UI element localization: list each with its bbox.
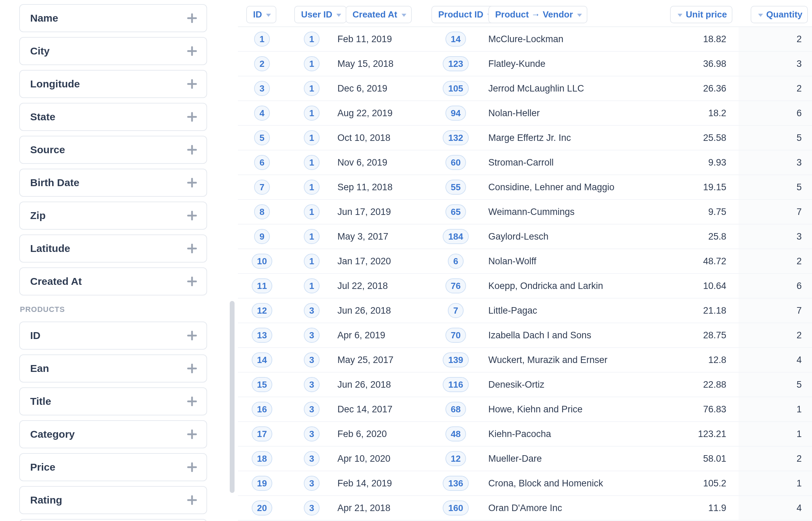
chevron-down-icon bbox=[266, 14, 271, 17]
cell-product-id-badge[interactable]: 14 bbox=[445, 32, 466, 47]
cell-user-id-badge[interactable]: 3 bbox=[304, 328, 320, 343]
cell-vendor: Nolan-Wolff bbox=[488, 249, 649, 274]
cell-product-id-badge[interactable]: 184 bbox=[443, 229, 468, 244]
cell-quantity: 2 bbox=[739, 446, 812, 471]
filter-item-products-category[interactable]: Category bbox=[19, 420, 207, 448]
cell-id-badge[interactable]: 9 bbox=[254, 229, 270, 244]
filter-item-name[interactable]: Name bbox=[19, 4, 207, 32]
column-header-unit-price[interactable]: Unit price bbox=[670, 6, 732, 23]
cell-id-badge[interactable]: 4 bbox=[254, 106, 270, 121]
table-row: 111Jul 22, 201876Koepp, Ondricka and Lar… bbox=[238, 274, 812, 298]
cell-id-badge[interactable]: 10 bbox=[252, 254, 273, 269]
cell-product-id-badge[interactable]: 76 bbox=[445, 278, 466, 293]
cell-id-badge[interactable]: 3 bbox=[254, 81, 270, 96]
cell-id-badge[interactable]: 6 bbox=[254, 155, 270, 170]
cell-user-id-badge[interactable]: 1 bbox=[304, 130, 320, 145]
cell-product-id-badge[interactable]: 55 bbox=[445, 180, 466, 195]
cell-product-id-badge[interactable]: 105 bbox=[443, 81, 468, 96]
filter-item-label: Birth Date bbox=[30, 177, 79, 189]
cell-product-id-badge[interactable]: 139 bbox=[443, 352, 468, 367]
filter-item-city[interactable]: City bbox=[19, 37, 207, 65]
cell-id-badge[interactable]: 1 bbox=[254, 32, 270, 47]
filter-item-products-created-at[interactable]: Created At bbox=[19, 519, 207, 521]
cell-user-id-badge[interactable]: 1 bbox=[304, 106, 320, 121]
cell-user-id-badge[interactable]: 3 bbox=[304, 500, 320, 516]
cell-product-id-badge[interactable]: 7 bbox=[448, 303, 464, 318]
table-row: 21May 15, 2018123Flatley-Kunde36.983 bbox=[238, 51, 812, 76]
filter-item-longitude[interactable]: Longitude bbox=[19, 70, 207, 98]
cell-user-id-badge[interactable]: 1 bbox=[304, 32, 320, 47]
filter-item-state[interactable]: State bbox=[19, 103, 207, 131]
cell-product-id-badge[interactable]: 70 bbox=[445, 328, 466, 343]
sidebar-scrollbar[interactable] bbox=[226, 0, 238, 521]
cell-user-id-badge[interactable]: 3 bbox=[304, 377, 320, 392]
cell-user-id-badge[interactable]: 3 bbox=[304, 352, 320, 367]
cell-created-at: Jul 22, 2018 bbox=[337, 274, 423, 298]
cell-product-id-badge[interactable]: 60 bbox=[445, 155, 466, 170]
filter-item-products-ean[interactable]: Ean bbox=[19, 354, 207, 383]
cell-vendor: Marge Effertz Jr. Inc bbox=[488, 125, 649, 150]
cell-user-id-badge[interactable]: 3 bbox=[304, 426, 320, 441]
cell-product-id-badge[interactable]: 123 bbox=[443, 56, 468, 71]
cell-product-id-badge[interactable]: 132 bbox=[443, 130, 468, 145]
cell-user-id-badge[interactable]: 1 bbox=[304, 81, 320, 96]
cell-product-id-badge[interactable]: 136 bbox=[443, 476, 468, 491]
filter-item-products-title[interactable]: Title bbox=[19, 387, 207, 415]
column-header-product-id[interactable]: Product ID bbox=[431, 6, 498, 23]
filter-item-zip[interactable]: Zip bbox=[19, 202, 207, 230]
table-row: 11Feb 11, 201914McClure-Lockman18.822 bbox=[238, 27, 812, 51]
cell-quantity: 5 bbox=[739, 175, 812, 199]
cell-unit-price: 28.75 bbox=[649, 323, 739, 348]
filter-item-products-price[interactable]: Price bbox=[19, 453, 207, 481]
cell-id-badge[interactable]: 2 bbox=[254, 56, 270, 71]
table-row: 91May 3, 2017184Gaylord-Lesch25.83 bbox=[238, 224, 812, 249]
table-row: 101Jan 17, 20206Nolan-Wolff48.722 bbox=[238, 249, 812, 274]
filter-item-latitude[interactable]: Latitude bbox=[19, 234, 207, 263]
column-header-id[interactable]: ID bbox=[246, 6, 276, 23]
cell-product-id-badge[interactable]: 68 bbox=[445, 402, 466, 417]
cell-id-badge[interactable]: 8 bbox=[254, 204, 270, 219]
cell-quantity: 2 bbox=[739, 249, 812, 274]
cell-user-id-badge[interactable]: 1 bbox=[304, 204, 320, 219]
cell-id-badge[interactable]: 7 bbox=[254, 180, 270, 195]
cell-product-id-badge[interactable]: 48 bbox=[445, 426, 466, 441]
cell-id-badge[interactable]: 19 bbox=[252, 476, 273, 491]
cell-id-badge[interactable]: 15 bbox=[252, 377, 273, 392]
cell-user-id-badge[interactable]: 1 bbox=[304, 155, 320, 170]
cell-id-badge[interactable]: 11 bbox=[252, 278, 273, 293]
cell-product-id-badge[interactable]: 65 bbox=[445, 204, 466, 219]
cell-id-badge[interactable]: 20 bbox=[252, 500, 273, 516]
cell-product-id-badge[interactable]: 160 bbox=[443, 500, 468, 516]
column-header-quantity[interactable]: Quantity bbox=[751, 6, 808, 23]
cell-id-badge[interactable]: 17 bbox=[252, 426, 273, 441]
cell-id-badge[interactable]: 5 bbox=[254, 130, 270, 145]
cell-user-id-badge[interactable]: 1 bbox=[304, 254, 320, 269]
cell-user-id-badge[interactable]: 1 bbox=[304, 56, 320, 71]
cell-created-at: Apr 21, 2018 bbox=[337, 496, 423, 520]
cell-user-id-badge[interactable]: 3 bbox=[304, 476, 320, 491]
cell-product-id-badge[interactable]: 94 bbox=[445, 106, 466, 121]
cell-user-id-badge[interactable]: 1 bbox=[304, 180, 320, 195]
cell-id-badge[interactable]: 13 bbox=[252, 328, 273, 343]
cell-unit-price: 48.72 bbox=[649, 249, 739, 274]
cell-created-at: Jun 26, 2018 bbox=[337, 372, 423, 397]
column-header-vendor[interactable]: Product → Vendor bbox=[488, 6, 587, 23]
filter-item-source[interactable]: Source bbox=[19, 136, 207, 164]
column-header-created-at[interactable]: Created At bbox=[346, 6, 412, 23]
cell-id-badge[interactable]: 18 bbox=[252, 451, 273, 466]
cell-user-id-badge[interactable]: 3 bbox=[304, 451, 320, 466]
cell-product-id-badge[interactable]: 6 bbox=[448, 254, 464, 269]
filter-item-birth-date[interactable]: Birth Date bbox=[19, 169, 207, 197]
cell-product-id-badge[interactable]: 116 bbox=[443, 377, 468, 392]
cell-id-badge[interactable]: 16 bbox=[252, 402, 273, 417]
filter-item-created-at[interactable]: Created At bbox=[19, 267, 207, 295]
cell-user-id-badge[interactable]: 1 bbox=[304, 278, 320, 293]
cell-product-id-badge[interactable]: 12 bbox=[445, 451, 466, 466]
filter-item-products-id[interactable]: ID bbox=[19, 322, 207, 350]
cell-id-badge[interactable]: 12 bbox=[252, 303, 273, 318]
cell-user-id-badge[interactable]: 3 bbox=[304, 402, 320, 417]
cell-user-id-badge[interactable]: 3 bbox=[304, 303, 320, 318]
filter-item-products-rating[interactable]: Rating bbox=[19, 486, 207, 514]
cell-id-badge[interactable]: 14 bbox=[252, 352, 273, 367]
cell-user-id-badge[interactable]: 1 bbox=[304, 229, 320, 244]
